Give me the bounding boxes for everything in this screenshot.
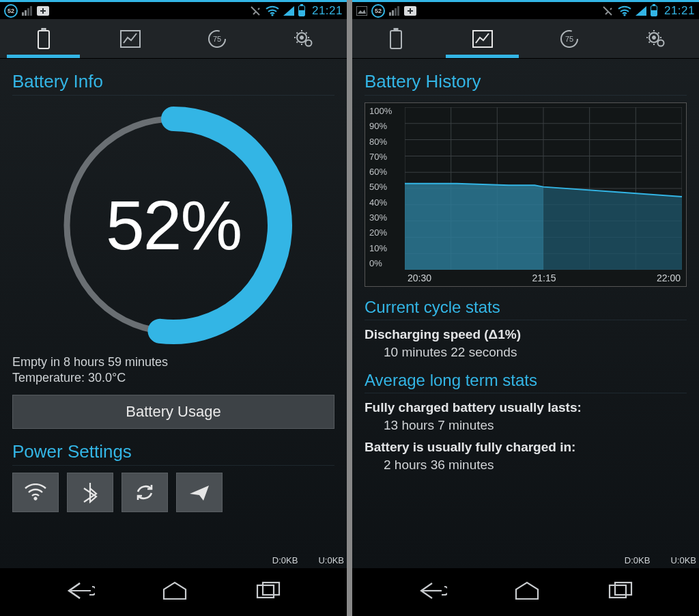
svg-rect-16 (257, 585, 274, 598)
net-down: D:0KB (625, 555, 651, 565)
svg-rect-22 (397, 6, 399, 16)
svg-rect-19 (389, 12, 391, 16)
net-footer: D:0KB U:0KB (625, 555, 696, 565)
signal-icon (22, 6, 33, 16)
svg-rect-0 (22, 12, 24, 16)
status-bar: 52 21:21 (0, 0, 347, 19)
net-up: U:0KB (318, 555, 344, 565)
svg-rect-52 (615, 583, 631, 595)
svg-text:75: 75 (565, 35, 573, 43)
tab-bar: 75 (0, 19, 347, 59)
tab-bar: 75 (352, 19, 699, 59)
bluetooth-toggle-button[interactable] (67, 473, 113, 512)
tab-settings[interactable] (612, 19, 699, 58)
content-left: Battery Info 52% Empty in 8 hours 59 min… (0, 59, 347, 568)
battery-ring-small-icon: 52 (4, 4, 18, 18)
wifi-icon (266, 5, 279, 16)
svg-rect-18 (356, 6, 367, 16)
status-clock: 21:21 (312, 4, 343, 18)
wifi-toggle-button[interactable] (12, 473, 59, 512)
long-term-title: Average long term stats (365, 371, 687, 393)
status-bar: 52 21:21 (352, 0, 699, 19)
svg-rect-3 (30, 6, 32, 16)
svg-point-15 (34, 497, 37, 500)
bluetooth-icon (83, 481, 98, 503)
airplane-icon (188, 482, 211, 503)
battery-status-icon (298, 5, 305, 16)
svg-rect-20 (392, 10, 394, 16)
tab-history[interactable] (439, 19, 526, 58)
sync-toggle-button[interactable] (122, 473, 168, 512)
status-clock: 21:21 (664, 4, 695, 18)
home-button[interactable] (512, 581, 542, 603)
android-navbar (352, 568, 699, 616)
tab-battery[interactable] (352, 19, 439, 58)
picture-icon (356, 6, 367, 16)
cell-signal-icon (283, 6, 294, 16)
full-lasts-label: Fully charged battery usually lasts: (365, 400, 687, 415)
phone-left: 52 21:21 (0, 0, 347, 616)
back-button[interactable] (417, 580, 447, 604)
svg-rect-2 (27, 8, 29, 16)
battery-percent-text: 52% (51, 102, 296, 348)
vibrate-icon (601, 5, 614, 16)
svg-point-32 (657, 40, 664, 46)
tab-count[interactable]: 75 (173, 19, 260, 58)
svg-rect-1 (25, 10, 27, 16)
battery-icon (35, 28, 52, 50)
battery-status-icon (651, 5, 657, 16)
wifi-icon (24, 484, 47, 501)
home-button[interactable] (160, 581, 190, 603)
discharge-speed-value: 10 minutes 22 seconds (384, 345, 687, 360)
gear-icon (646, 29, 666, 48)
chart-icon (472, 29, 494, 48)
discharge-speed-label: Discharging speed (Δ1%) (365, 327, 687, 342)
svg-point-31 (652, 36, 655, 39)
svg-point-12 (300, 36, 303, 39)
svg-point-24 (623, 14, 625, 16)
android-navbar (0, 568, 347, 616)
recent-button[interactable] (607, 581, 634, 603)
tab-settings[interactable] (260, 19, 347, 58)
battery-icon (388, 28, 404, 50)
cycle-stats-title: Current cycle stats (365, 298, 687, 320)
vibrate-icon (249, 5, 261, 16)
chart-x-labels: 20:3021:1522:00 (408, 272, 681, 283)
svg-rect-21 (395, 8, 397, 16)
airplane-toggle-button[interactable] (176, 473, 223, 512)
svg-rect-25 (390, 31, 401, 48)
svg-point-13 (305, 40, 311, 46)
battery-history-chart[interactable]: 100%90%80%70%60%50%40%30%20%10%0% 20:302… (365, 102, 687, 287)
counter-icon: 75 (207, 29, 227, 49)
full-charge-value: 2 hours 36 minutes (384, 458, 687, 473)
svg-text:75: 75 (212, 35, 220, 43)
battery-ring: 52% (51, 102, 296, 348)
battery-ring-small-icon: 52 (371, 4, 385, 18)
recent-button[interactable] (255, 581, 282, 603)
svg-rect-51 (610, 585, 626, 598)
back-button[interactable] (65, 580, 95, 604)
net-up: U:0KB (670, 555, 696, 565)
full-lasts-value: 13 hours 7 minutes (384, 418, 687, 433)
gear-icon (294, 29, 314, 48)
svg-rect-26 (394, 28, 398, 31)
power-toggle-row (12, 473, 334, 512)
sync-icon (134, 482, 156, 503)
full-charge-label: Battery is usually fully charged in: (365, 440, 687, 455)
tab-count[interactable]: 75 (526, 19, 612, 58)
cell-signal-icon (636, 6, 646, 16)
svg-rect-6 (38, 31, 49, 48)
signal-icon (389, 6, 400, 16)
svg-point-5 (271, 14, 273, 16)
chart-y-labels: 100%90%80%70%60%50%40%30%20%10%0% (369, 106, 392, 268)
page-title: Battery History (365, 71, 687, 96)
plus-box-icon (37, 6, 49, 16)
content-right: Battery History 100%90%80%70%60%50%40%30… (352, 59, 699, 568)
counter-icon: 75 (559, 29, 580, 49)
svg-rect-7 (42, 28, 46, 31)
empty-in-text: Empty in 8 hours 59 minutes (12, 355, 334, 369)
battery-usage-button[interactable]: Battery Usage (12, 395, 334, 429)
tab-battery[interactable] (0, 19, 87, 58)
temperature-text: Temperature: 30.0°C (12, 371, 334, 385)
tab-history[interactable] (87, 19, 173, 58)
